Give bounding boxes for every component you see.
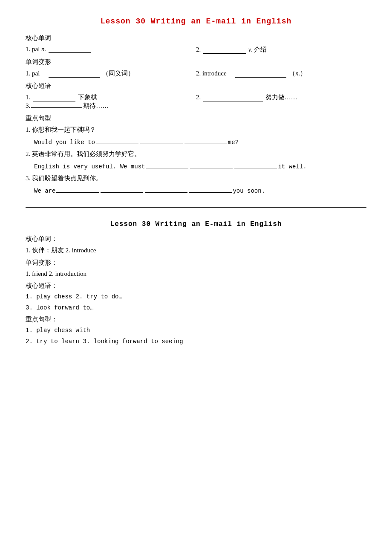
ks3-pre: We are — [34, 188, 55, 194]
answer-key-sentences: 重点句型： 1. play chess with 2. try to learn… — [26, 315, 366, 345]
page-title-2: Lesson 30 Writing an E-mail in English — [26, 220, 366, 228]
ks3-blank2 — [101, 187, 143, 193]
awf-heading: 单词变形： — [26, 259, 58, 266]
ks3-blank3 — [145, 187, 187, 193]
ks3-chinese: 3. 我们盼望着快点见到你。 — [26, 174, 366, 182]
wf1-text: 1. pal— — [26, 70, 46, 77]
ks2-chinese: 2. 英语非常有用。我们必须努力学好它。 — [26, 150, 366, 158]
wf1: 1. pal— （同义词） — [26, 69, 196, 78]
cp2: 2. 努力做…… — [196, 93, 366, 101]
answer-ks-item2: 2. try to learn 3. looking forward to se… — [26, 338, 366, 345]
aks-heading: 重点句型： — [26, 316, 58, 323]
ks1-chinese: 1. 你想和我一起下棋吗？ — [26, 126, 366, 134]
ks2-blank2 — [190, 162, 233, 168]
cw2-pos: v. 介绍 — [248, 46, 267, 53]
answer-ks-heading: 重点句型： — [26, 315, 366, 324]
answer-core-words-heading: 核心单词： — [26, 235, 366, 243]
ks2-blank1 — [146, 162, 188, 168]
wf2-post: （n.） — [289, 70, 306, 77]
word-forms-heading: 单词变形 — [26, 58, 366, 66]
ks1-num: 1. 你想和我一起下棋吗？ — [26, 126, 96, 134]
ks2-post: it well. — [278, 163, 306, 170]
cw1-pos: n. — [41, 46, 46, 52]
wf1-blank — [49, 71, 100, 78]
core-words-section: 核心单词 1. pal n. 2. v. 介绍 — [26, 34, 366, 54]
ks3-blank1 — [56, 187, 99, 193]
cp1-post: 下象棋 — [78, 94, 97, 101]
core-word-2: 2. v. 介绍 — [196, 46, 366, 54]
answer-word-forms-content: 1. friend 2. introduction — [26, 270, 366, 278]
cw1-blank — [49, 46, 91, 53]
ks3-num: 3. 我们盼望着快点见到你。 — [26, 174, 102, 182]
answer-word-forms-heading: 单词变形： — [26, 259, 366, 267]
answer-ks-item1: 1. play chess with — [26, 327, 366, 334]
key-sentences-section: 重点句型 1. 你想和我一起下棋吗？ Would you like to me?… — [26, 114, 366, 194]
ks2-english: English is very useful. We must it well. — [34, 162, 366, 170]
ks1-blank1 — [96, 138, 138, 144]
cp2-post: 努力做…… — [265, 94, 297, 101]
core-words-heading: 核心单词 — [26, 34, 366, 42]
cw1-num: 1. pal — [26, 46, 41, 52]
core-phrases-section: 核心短语 1. 下象棋 2. 努力做…… 3. 期待…… — [26, 82, 366, 110]
cp3-num: 3. — [26, 102, 30, 110]
cp3-blank — [31, 101, 82, 108]
core-phrases-heading: 核心短语 — [26, 82, 366, 90]
ks1-english: Would you like to me? — [34, 138, 366, 146]
wf2-text: 2. introduce— — [196, 70, 233, 77]
core-words-row: 1. pal n. 2. v. 介绍 — [26, 46, 366, 54]
cp2-blank — [203, 95, 263, 101]
cp1-blank — [33, 95, 75, 101]
cw2-blank — [203, 47, 246, 54]
word-forms-section: 单词变形 1. pal— （同义词） 2. introduce— （n.） — [26, 58, 366, 78]
core-phrases-row2: 3. 期待…… — [26, 101, 366, 110]
answer-core-words: 核心单词： 1. 伙伴；朋友 2. introduce — [26, 235, 366, 254]
section-divider — [26, 207, 366, 208]
ks1-post: me? — [228, 139, 239, 146]
exercise-section: Lesson 30 Writing an E-mail in English 核… — [26, 17, 366, 194]
ks3-post: you soon. — [233, 188, 265, 194]
page-title-1: Lesson 30 Writing an E-mail in English — [26, 17, 366, 26]
cp1-num: 1. — [26, 94, 30, 101]
ks2-blank3 — [234, 162, 277, 168]
cp1: 1. 下象棋 — [26, 93, 196, 101]
key-sentences-heading: 重点句型 — [26, 114, 366, 122]
ks1-blank2 — [140, 138, 183, 144]
ks1-blank3 — [184, 138, 227, 144]
ks3-blank4 — [189, 187, 232, 193]
answer-core-phrases-heading: 核心短语： — [26, 282, 366, 290]
core-word-1: 1. pal n. — [26, 46, 196, 54]
ks3-english: We are you soon. — [34, 187, 366, 194]
answer-cp-item1: 1. play chess 2. try to do… — [26, 293, 366, 300]
ks2-pre: English is very useful. We must — [34, 163, 145, 170]
wf1-post: （同义词） — [102, 70, 134, 77]
answer-cp-item2: 3. look forward to… — [26, 304, 366, 311]
answer-core-words-content: 1. 伙伴；朋友 2. introduce — [26, 246, 366, 254]
cp3-post: 期待…… — [83, 102, 109, 110]
word-forms-row: 1. pal— （同义词） 2. introduce— （n.） — [26, 69, 366, 78]
wf2: 2. introduce— （n.） — [196, 69, 366, 78]
ks1-pre: Would you like to — [34, 139, 95, 146]
answer-core-phrases: 核心短语： 1. play chess 2. try to do… 3. loo… — [26, 282, 366, 311]
acp-heading: 核心短语： — [26, 282, 58, 289]
answer-word-forms: 单词变形： 1. friend 2. introduction — [26, 259, 366, 278]
cw2-num: 2. — [196, 46, 201, 53]
ks2-num: 2. 英语非常有用。我们必须努力学好它。 — [26, 150, 141, 158]
core-phrases-row1: 1. 下象棋 2. 努力做…… — [26, 93, 366, 101]
cp2-num: 2. — [196, 94, 201, 101]
answer-section: Lesson 30 Writing an E-mail in English 核… — [26, 220, 366, 345]
wf2-blank — [235, 71, 286, 78]
acw-heading: 核心单词： — [26, 235, 58, 242]
